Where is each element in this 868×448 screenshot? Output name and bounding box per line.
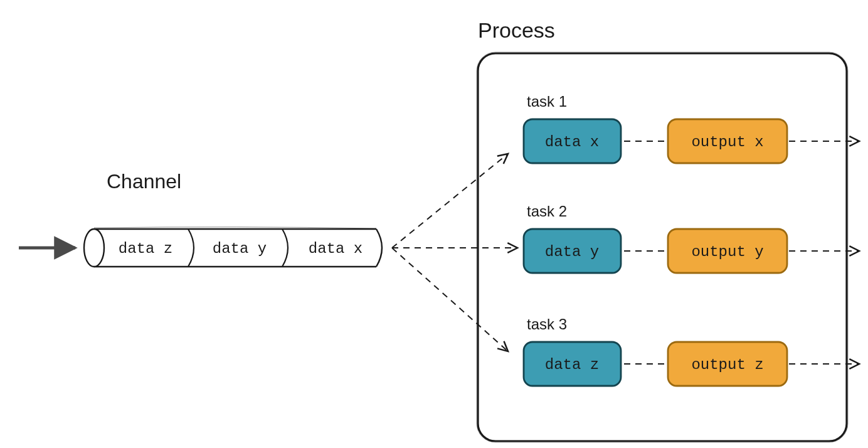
- task-output-box-3: output z: [668, 342, 787, 386]
- channel-item-0: data z: [119, 240, 172, 257]
- svg-point-0: [84, 229, 104, 267]
- svg-text:output x: output x: [691, 134, 763, 151]
- channel-item-1: data y: [213, 240, 267, 257]
- task-output-box-2: output y: [668, 229, 787, 273]
- task-label-1: task 1: [527, 93, 567, 110]
- svg-text:data y: data y: [545, 243, 599, 260]
- task-label-2: task 2: [527, 203, 567, 220]
- task-label-3: task 3: [527, 316, 567, 333]
- task-data-box-1: data x: [524, 119, 621, 163]
- svg-text:output z: output z: [691, 356, 763, 373]
- svg-text:output y: output y: [691, 243, 763, 260]
- task-data-box-2: data y: [524, 229, 621, 273]
- channel-item-2: data x: [309, 240, 363, 257]
- flow-arrow-to-task-1: [392, 154, 508, 248]
- flow-arrow-to-task-3: [392, 248, 508, 351]
- diagram-canvas: Channel data z data y data x Process tas…: [0, 0, 868, 448]
- svg-text:data x: data x: [545, 134, 599, 151]
- channel-title: Channel: [107, 170, 181, 193]
- task-output-box-1: output x: [668, 119, 787, 163]
- svg-text:data z: data z: [545, 356, 599, 373]
- task-data-box-3: data z: [524, 342, 621, 386]
- process-title: Process: [478, 18, 555, 42]
